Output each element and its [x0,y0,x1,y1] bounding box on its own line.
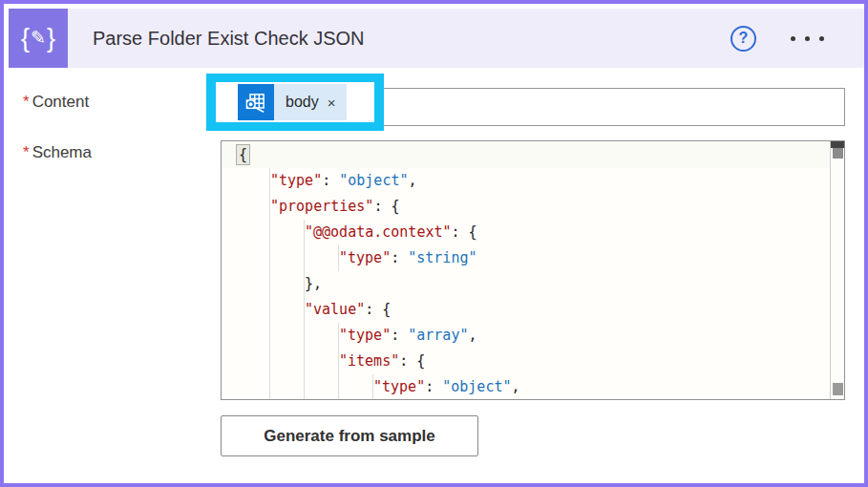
generate-from-sample-button[interactable]: Generate from sample [221,415,478,456]
code-token-val: "string" [408,249,476,266]
code-token-key: "@@odata.context" [305,223,452,241]
token-label: body [286,94,319,111]
code-line: "items": { [222,349,829,374]
ellipsis-icon [791,36,795,41]
code-token-key: "type" [339,249,391,266]
code-line: "type": "object", [222,168,829,194]
code-token-punc: , [468,327,476,344]
editor-scrollbar[interactable] [830,141,844,399]
outlook-connector-icon [238,84,274,120]
required-marker: * [23,143,30,161]
ellipsis-icon [819,36,824,41]
content-label-text: Content [32,93,90,111]
ellipsis-icon [805,36,810,41]
code-token-key: "type" [373,378,425,395]
highlight-callout-box: body × [206,74,384,131]
brace-left: { [21,26,30,52]
code-token-key: "type" [339,327,391,344]
code-line: { [222,142,829,168]
code-line: "type": "string" [222,245,829,271]
code-token-val: "array" [408,327,468,344]
code-token-punc: : { [399,352,425,370]
more-actions-button[interactable] [789,29,826,49]
dynamic-content-token[interactable]: body × [238,84,347,120]
code-line: }, [222,271,829,297]
code-token-punc: : [391,327,408,344]
scrollbar-thumb[interactable] [831,141,845,148]
content-input-token-area[interactable]: body × [216,82,374,122]
required-marker: * [23,93,30,111]
help-button[interactable]: ? [730,26,756,52]
question-mark-icon: ? [739,30,749,47]
schema-code-editor[interactable]: {"type": "object","properties": {"@@odat… [221,140,845,400]
code-token-key: "type" [270,172,322,189]
schema-code[interactable]: {"type": "object","properties": {"@@odat… [222,142,829,399]
code-line: "properties": { [222,194,829,220]
code-token-punc-match: { [236,144,250,165]
code-token-punc: : [391,249,408,266]
parse-json-action-card: {✎} Parse Folder Exist Check JSON ? *Con… [0,0,868,487]
parse-json-braces-pencil-icon: {✎} [9,9,68,68]
code-line: "type": "array", [222,323,829,349]
schema-field-label: *Schema [23,143,92,162]
code-token-key: "properties" [270,198,373,215]
action-title: Parse Folder Exist Check JSON [93,28,365,50]
action-header[interactable]: Parse Folder Exist Check JSON ? [68,9,864,68]
token-remove-icon[interactable]: × [328,95,336,110]
code-token-punc: : [425,378,442,395]
code-token-val: "object" [339,172,408,189]
code-token-punc: : { [452,223,477,241]
brace-right: } [47,26,55,52]
code-token-punc: : { [373,198,399,215]
pencil-icon: ✎ [31,29,46,47]
code-line: "type": "object", [222,374,829,400]
content-field-label: *Content [23,93,89,112]
scrollbar-thumb[interactable] [833,148,843,159]
scrollbar-down-handle[interactable] [833,383,843,395]
code-token-key: "value" [305,301,365,318]
code-token-key: "items" [339,352,399,370]
code-token-punc: : { [365,301,391,318]
token-label-box: body × [274,84,347,120]
code-token-val: "object" [442,378,511,395]
schema-label-text: Schema [32,143,92,161]
code-token-punc: }, [305,275,322,292]
code-token-punc: , [512,378,520,395]
code-token-punc: , [409,172,417,189]
code-line: "@@odata.context": { [222,220,829,245]
code-line: "value": { [222,297,829,323]
code-token-punc: : [322,172,339,189]
